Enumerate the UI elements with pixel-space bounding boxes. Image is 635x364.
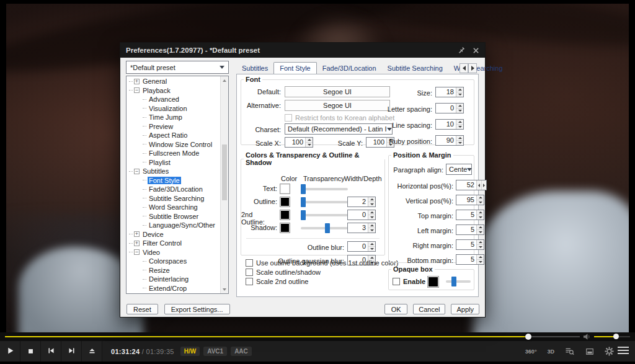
outline-width-spinner[interactable]: 2 [347, 197, 376, 207]
tree-item-playback[interactable]: −Playback [127, 86, 220, 95]
spin-up-icon[interactable] [456, 104, 463, 108]
cancel-button[interactable]: Cancel [413, 304, 445, 314]
eject-button[interactable] [82, 341, 102, 362]
tree-item-window-size-control[interactable]: Window Size Control [127, 140, 220, 149]
seekbar[interactable] [5, 336, 580, 337]
slider-thumb[interactable] [301, 184, 306, 194]
preset-select[interactable]: *Default preset [126, 61, 229, 74]
spin-down-icon[interactable] [306, 142, 313, 147]
scroll-down-icon[interactable] [221, 285, 228, 293]
tab-scroll-left[interactable] [460, 63, 468, 73]
horizontal-pos-spinner[interactable]: 52 [456, 180, 487, 190]
tree-item-level-offset[interactable]: Level/Offset [127, 293, 220, 293]
tree-item-filter-control[interactable]: +Filter Control [127, 239, 220, 248]
spin-up-icon[interactable] [456, 87, 463, 92]
spin-up-icon[interactable] [477, 255, 484, 259]
vertical-pos-spinner[interactable]: 95 [456, 195, 484, 205]
spin-up-icon[interactable] [477, 240, 484, 244]
tree-item-visualization[interactable]: Visualization [127, 104, 220, 113]
tree-item-fullscreen-mode[interactable]: Fullscreen Mode [127, 149, 220, 158]
slider-thumb[interactable] [301, 210, 306, 220]
spin-up-icon[interactable] [306, 138, 313, 142]
shadow-width-spinner[interactable]: 3 [347, 223, 376, 233]
spin-down-icon[interactable] [456, 124, 463, 129]
spin-left-icon[interactable] [477, 180, 481, 190]
right-margin-spinner[interactable]: 5 [456, 239, 484, 250]
option-checkbox-scale-2nd-outline[interactable]: Scale 2nd outline [246, 278, 398, 285]
tree-item-fade-3d-location[interactable]: Fade/3D/Location [127, 185, 220, 194]
spin-down-icon[interactable] [477, 244, 484, 249]
spin-up-icon[interactable] [368, 223, 375, 228]
volume-icon[interactable] [583, 333, 591, 340]
tree-item-subtitles[interactable]: −Subtitles [127, 167, 220, 176]
tree-item-preview[interactable]: Preview [127, 122, 220, 131]
spin-up-icon[interactable] [368, 210, 375, 215]
color-swatch[interactable] [280, 210, 290, 220]
360-icon[interactable]: 360° [525, 348, 537, 355]
outline-blur-spinner[interactable]: 0 [347, 241, 376, 252]
spin-down-icon[interactable] [477, 229, 484, 234]
spin-down-icon[interactable] [456, 92, 463, 97]
spin-down-icon[interactable] [368, 215, 375, 220]
3d-icon[interactable]: 3D [547, 348, 554, 355]
apply-button[interactable]: Apply [451, 304, 479, 314]
tree-item-resize[interactable]: Resize [127, 266, 220, 275]
spin-down-icon[interactable] [456, 140, 463, 145]
tree-item-general[interactable]: +General [127, 77, 220, 86]
stop-button[interactable] [20, 341, 41, 362]
tab-font-style[interactable]: Font Style [273, 62, 317, 74]
transparency-slider[interactable] [301, 223, 348, 233]
transparency-slider[interactable] [301, 197, 348, 207]
tree-item-aspect-ratio[interactable]: Aspect Ratio [127, 131, 220, 140]
settings-gear-icon[interactable] [605, 347, 614, 356]
next-button[interactable] [61, 341, 82, 362]
tree-item-font-style[interactable]: Font Style [127, 176, 220, 185]
tree-item-time-jump[interactable]: Time Jump [127, 113, 220, 122]
korean-restrict-checkbox[interactable]: Restrict fonts to Korean alphabet [285, 114, 394, 122]
color-swatch[interactable] [280, 223, 290, 233]
tab-subtitle-searching[interactable]: Subtitle Searching [382, 63, 448, 74]
tab-word-searching[interactable]: Word Searching [448, 63, 508, 74]
spin-down-icon[interactable] [368, 228, 375, 233]
tab-scroll-right[interactable] [468, 63, 477, 73]
tree-scrollbar-thumb[interactable] [222, 144, 227, 200]
spin-up-icon[interactable] [477, 195, 484, 200]
letter-spacing-spinner[interactable]: 0 [435, 103, 464, 113]
spin-down-icon[interactable] [368, 246, 375, 251]
play-button[interactable] [0, 341, 20, 362]
expand-icon[interactable]: + [134, 79, 140, 84]
spin-up-icon[interactable] [477, 225, 484, 229]
scroll-up-icon[interactable] [221, 76, 228, 84]
ok-button[interactable]: OK [384, 304, 407, 314]
previous-button[interactable] [41, 341, 61, 362]
spin-right-icon[interactable] [481, 180, 486, 190]
collapse-icon[interactable]: − [134, 87, 140, 93]
size-spinner[interactable]: 18 [435, 87, 464, 97]
paragraph-align-select[interactable]: Cente [446, 164, 472, 175]
spin-down-icon[interactable] [477, 259, 484, 264]
color-swatch[interactable] [280, 197, 290, 207]
spin-up-icon[interactable] [368, 197, 375, 202]
spin-down-icon[interactable] [477, 200, 484, 205]
2nd-outline-width-spinner[interactable]: 0 [347, 210, 376, 220]
seekbar-thumb[interactable] [525, 334, 531, 340]
spin-up-icon[interactable] [456, 120, 463, 124]
volume-slider[interactable] [594, 336, 630, 337]
expand-icon[interactable]: + [134, 241, 140, 246]
option-checkbox-scale-outline-shadow[interactable]: Scale outline/shadow [246, 269, 398, 276]
slider-thumb[interactable] [301, 197, 306, 207]
opaque-transparency-slider[interactable] [446, 277, 471, 286]
bottom-margin-spinner[interactable]: 5 [456, 254, 484, 265]
tree-item-subtitle-searching[interactable]: Subtitle Searching [127, 194, 220, 203]
opaque-enable-checkbox[interactable]: Enable [393, 278, 425, 285]
close-icon[interactable] [473, 47, 479, 54]
tree-item-playlist[interactable]: Playlist [127, 158, 220, 167]
panel-icon[interactable] [585, 347, 594, 356]
collapse-icon[interactable]: − [134, 169, 140, 174]
top-margin-spinner[interactable]: 5 [456, 210, 484, 220]
slider-thumb[interactable] [325, 223, 330, 233]
opaque-color-swatch[interactable] [427, 276, 439, 288]
tree-item-deinterlacing[interactable]: Deinterlacing [127, 275, 220, 284]
volume-thumb[interactable] [613, 334, 619, 339]
collapse-icon[interactable]: − [134, 249, 140, 255]
